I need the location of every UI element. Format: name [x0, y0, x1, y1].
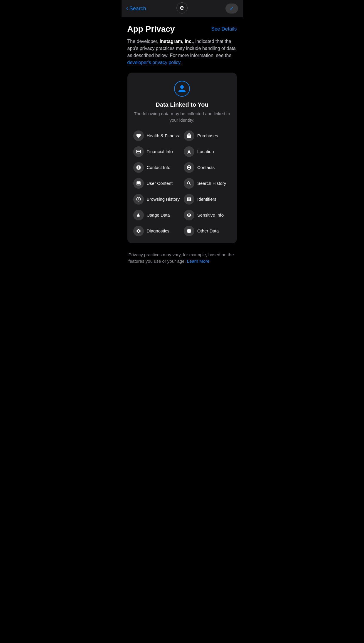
learn-more-link[interactable]: Learn More	[187, 259, 210, 264]
search-history-icon-bg	[184, 178, 194, 189]
footer-text-start: Privacy practices may vary, for example,…	[129, 252, 234, 264]
location-icon-bg	[184, 146, 194, 157]
health-fitness-icon-bg	[133, 130, 144, 141]
gear-icon	[136, 228, 141, 234]
diagnostics-label: Diagnostics	[147, 228, 170, 233]
financial-info-label: Financial Info	[147, 149, 173, 154]
contacts-icon-bg	[184, 162, 194, 173]
svg-point-3	[189, 230, 189, 231]
privacy-description: The developer, Instagram, Inc., indicate…	[127, 38, 237, 66]
data-item-sensitive-info: Sensitive Info	[184, 210, 231, 220]
info-circle-icon	[136, 165, 141, 170]
privacy-policy-link[interactable]: developer's privacy policy	[127, 60, 181, 65]
svg-point-2	[188, 230, 188, 231]
data-item-usage-data: Usage Data	[133, 210, 181, 220]
sensitive-info-icon-bg	[184, 210, 194, 220]
privacy-header: App Privacy See Details	[127, 24, 237, 34]
chevron-left-icon: ‹	[126, 5, 128, 12]
data-item-browsing-history: Browsing History	[133, 194, 181, 205]
other-data-label: Other Data	[197, 228, 219, 233]
card-icon-wrap	[133, 81, 231, 97]
bar-chart-icon	[136, 212, 141, 218]
sensitive-info-label: Sensitive Info	[197, 212, 224, 217]
person-circle-icon	[186, 165, 192, 170]
developer-name: Instagram, Inc.	[160, 39, 193, 44]
bag-icon	[186, 133, 192, 138]
health-fitness-label: Health & Fitness	[147, 133, 179, 138]
contact-info-label: Contact Info	[147, 165, 171, 170]
location-label: Location	[197, 149, 214, 154]
browsing-history-icon-bg	[133, 194, 144, 205]
image-icon	[136, 181, 141, 186]
desc-start: The developer,	[127, 39, 160, 44]
clock-icon	[136, 197, 141, 202]
back-label: Search	[129, 6, 146, 12]
privacy-title: App Privacy	[127, 24, 175, 34]
search-circle-icon	[186, 181, 192, 186]
data-item-contact-info: Contact Info	[133, 162, 181, 173]
app-logo-center	[176, 2, 188, 15]
card-subtitle: The following data may be collected and …	[133, 110, 231, 123]
identifiers-icon-bg	[184, 194, 194, 205]
contact-info-icon-bg	[133, 162, 144, 173]
back-button[interactable]: ‹ Search	[126, 6, 146, 12]
threads-logo-icon	[176, 2, 188, 14]
svg-point-4	[190, 230, 191, 231]
card-title: Data Linked to You	[133, 101, 231, 108]
identifiers-label: Identifiers	[197, 197, 216, 202]
credit-card-icon	[136, 149, 141, 154]
done-button[interactable]: ✓	[225, 4, 238, 14]
search-history-label: Search History	[197, 181, 226, 186]
contacts-label: Contacts	[197, 165, 215, 170]
data-card: Data Linked to You The following data ma…	[127, 73, 237, 243]
data-item-diagnostics: Diagnostics	[133, 226, 181, 236]
nav-bar: ‹ Search ✓	[122, 0, 243, 17]
data-item-user-content: User Content	[133, 178, 181, 189]
data-item-identifiers: Identifiers	[184, 194, 231, 205]
footer-privacy-text: Privacy practices may vary, for example,…	[127, 252, 237, 265]
ellipsis-circle-icon	[186, 228, 192, 234]
diagnostics-icon-bg	[133, 226, 144, 236]
location-arrow-icon	[186, 149, 192, 154]
data-item-financial-info: Financial Info	[133, 146, 181, 157]
other-data-icon-bg	[184, 226, 194, 236]
data-grid: Health & Fitness Purchases Financial Inf…	[133, 130, 231, 236]
desc-period: .	[180, 60, 181, 65]
purchases-icon-bg	[184, 130, 194, 141]
user-icon-circle	[174, 81, 190, 97]
user-content-icon-bg	[133, 178, 144, 189]
purchases-label: Purchases	[197, 133, 218, 138]
data-item-other-data: Other Data	[184, 226, 231, 236]
data-item-health-fitness: Health & Fitness	[133, 130, 181, 141]
main-content: App Privacy See Details The developer, I…	[122, 17, 243, 271]
browsing-history-label: Browsing History	[147, 197, 180, 202]
user-icon	[178, 84, 186, 93]
data-item-search-history: Search History	[184, 178, 231, 189]
heart-icon	[136, 133, 141, 138]
data-item-contacts: Contacts	[184, 162, 231, 173]
id-card-icon	[186, 197, 192, 202]
eye-icon	[186, 212, 192, 218]
data-item-location: Location	[184, 146, 231, 157]
see-details-link[interactable]: See Details	[211, 26, 237, 32]
data-item-purchases: Purchases	[184, 130, 231, 141]
checkmark-icon: ✓	[230, 5, 234, 12]
financial-info-icon-bg	[133, 146, 144, 157]
user-content-label: User Content	[147, 181, 173, 186]
usage-data-icon-bg	[133, 210, 144, 220]
usage-data-label: Usage Data	[147, 212, 170, 217]
